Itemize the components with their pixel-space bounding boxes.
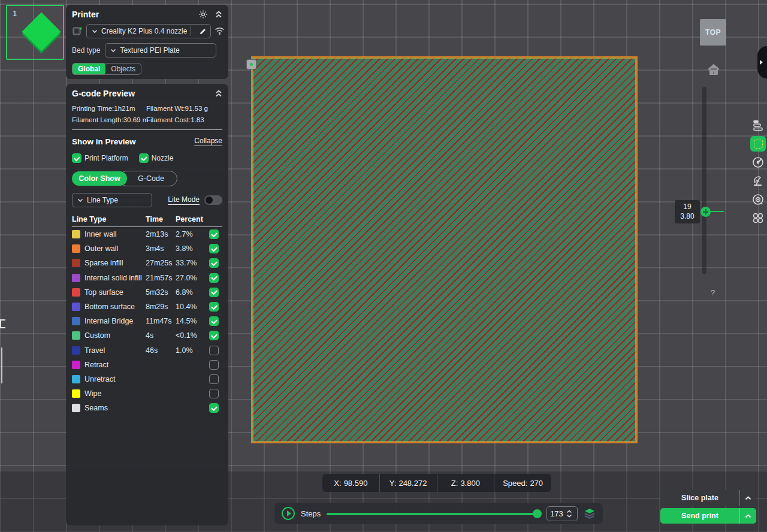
line-type-checkbox[interactable]	[209, 258, 219, 268]
steps-slider-bar: Steps	[274, 503, 603, 524]
radar-dish-icon[interactable]	[750, 173, 766, 189]
right-panel-expand-handle[interactable]	[757, 46, 767, 78]
steps-slider-track[interactable]	[327, 513, 540, 515]
dashed-plate-icon	[754, 140, 763, 149]
color-show-button[interactable]: Color Show	[72, 171, 127, 186]
line-type-select[interactable]: Line Type	[72, 193, 152, 207]
collapse-link[interactable]: Collapse	[194, 137, 222, 146]
line-type-label: Retract	[84, 361, 146, 369]
slice-options-chevron[interactable]	[739, 490, 756, 506]
line-type-select-value: Line Type	[87, 196, 147, 204]
line-type-color-swatch	[72, 244, 80, 253]
steps-list-icon[interactable]	[750, 117, 766, 133]
printer-select[interactable]: Creality K2 Plus 0.4 nozzle	[86, 24, 211, 38]
view-cube-top[interactable]: TOP	[700, 19, 726, 46]
lite-mode-toggle[interactable]	[204, 195, 222, 205]
stat-filament-weight: Filament Wt:91.53 g	[146, 105, 222, 112]
bed-type-label: Bed type	[72, 46, 100, 55]
sliced-model-top-view[interactable]	[251, 56, 638, 443]
stat-printing-time: Printing Time:1h21m	[72, 105, 146, 112]
steps-spinner[interactable]	[566, 510, 572, 518]
edit-printer-pencil-icon[interactable]	[195, 28, 210, 35]
tab-global[interactable]: Global	[73, 64, 105, 74]
print-platform-label: Print Platform	[84, 154, 128, 162]
stat-filament-length: Filament Length:30.69 m	[72, 116, 146, 123]
expand-arrow-icon	[760, 60, 763, 65]
line-type-percent: 33.7%	[176, 259, 209, 267]
layer-slider-track[interactable]	[702, 87, 706, 274]
viewport-3d[interactable]: TOP	[0, 0, 767, 532]
aperture-icon[interactable]	[750, 192, 766, 207]
status-x: X:98.590	[322, 474, 379, 492]
speed-gauge-icon[interactable]	[750, 155, 766, 170]
line-type-row: Sparse infill 27m25s 33.7%	[72, 256, 222, 270]
bed-type-select[interactable]: Textured PEI Plate	[105, 43, 216, 58]
line-type-checkbox[interactable]	[209, 360, 219, 370]
line-type-checkbox[interactable]	[209, 244, 219, 253]
chevron-down-icon	[110, 49, 116, 53]
line-type-checkbox[interactable]	[209, 302, 219, 312]
apps-clover-icon[interactable]	[750, 210, 766, 226]
right-toolbar	[749, 117, 767, 226]
line-type-time: 5m32s	[146, 288, 176, 297]
gcode-panel-title: G-code Preview	[72, 89, 135, 98]
play-button[interactable]	[282, 507, 295, 520]
action-buttons: Slice plate Send print	[660, 490, 756, 524]
line-type-label: Unretract	[84, 375, 146, 383]
layer-height: 3.80	[680, 212, 694, 222]
gcode-panel-collapse-icon[interactable]	[215, 89, 222, 98]
nozzle-checkbox-item[interactable]: Nozzle	[139, 153, 174, 163]
steps-input[interactable]	[547, 509, 566, 518]
print-platform-checkbox-item[interactable]: Print Platform	[72, 153, 128, 163]
line-type-percent: 6.8%	[176, 288, 209, 297]
nozzle-checkbox[interactable]	[139, 153, 149, 163]
printer-settings-gear-icon[interactable]	[198, 10, 208, 19]
show-in-preview-title: Show in Preview	[72, 137, 136, 146]
line-type-row: Outer wall 3m4s 3.8%	[72, 241, 222, 256]
printer-panel: Printer C	[66, 5, 228, 79]
slice-plate-button[interactable]: Slice plate	[660, 490, 756, 506]
wifi-icon[interactable]	[215, 27, 225, 35]
line-type-percent: 1.0%	[176, 346, 209, 355]
line-type-checkbox[interactable]	[209, 273, 219, 283]
plate-view-icon[interactable]	[750, 136, 766, 152]
layer-slider-handle[interactable]	[700, 207, 711, 217]
line-type-row: Top surface 5m32s 6.8%	[72, 285, 222, 300]
print-platform-checkbox[interactable]	[72, 153, 81, 163]
line-type-checkbox[interactable]	[209, 346, 219, 355]
printer-panel-collapse-icon[interactable]	[215, 10, 222, 19]
tab-objects[interactable]: Objects	[105, 64, 141, 74]
line-type-row: Retract	[72, 358, 222, 372]
line-type-checkbox[interactable]	[209, 374, 219, 384]
home-view-icon[interactable]	[706, 63, 721, 76]
line-type-checkbox[interactable]	[209, 389, 219, 398]
slice-plate-label: Slice plate	[660, 494, 739, 502]
print-stats: Printing Time:1h21m Filament Wt:91.53 g …	[72, 105, 222, 123]
line-type-label: Bottom surface	[84, 303, 146, 311]
line-type-row: Unretract	[72, 372, 222, 386]
line-type-label: Custom	[84, 331, 146, 340]
line-type-color-swatch	[72, 259, 80, 267]
line-type-checkbox[interactable]	[209, 403, 219, 413]
line-type-checkbox[interactable]	[209, 229, 219, 239]
line-type-checkbox[interactable]	[209, 288, 219, 297]
line-type-percent: 10.4%	[176, 303, 209, 311]
scope-tabs: Global Objects	[72, 63, 141, 75]
line-type-checkbox[interactable]	[209, 331, 219, 340]
send-options-chevron[interactable]	[739, 508, 756, 524]
line-type-checkbox[interactable]	[209, 316, 219, 326]
steps-slider[interactable]	[327, 509, 540, 518]
line-type-time: 21m57s	[146, 274, 176, 282]
gcode-button[interactable]: G-Code	[119, 171, 177, 186]
printer-panel-title: Printer	[72, 10, 99, 19]
steps-slider-handle[interactable]	[533, 509, 542, 518]
stat-filament-cost: Filament Cost:1.83	[146, 116, 222, 123]
spinner-down-icon	[566, 514, 572, 518]
send-print-button[interactable]: Send print	[660, 508, 756, 524]
line-type-color-swatch	[72, 389, 80, 398]
plate-thumbnail[interactable]: 1	[6, 5, 64, 60]
layers-view-icon[interactable]	[584, 508, 596, 519]
line-type-table-header: Line Type Time Percent	[72, 213, 222, 225]
help-question-mark[interactable]: ?	[711, 288, 715, 297]
model-corner-badge[interactable]	[246, 59, 256, 69]
